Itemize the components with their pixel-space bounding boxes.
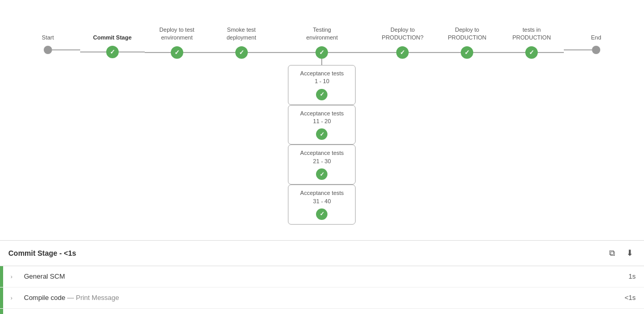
job-row: › Compile code — Print Message <1s: [0, 287, 644, 309]
download-button[interactable]: ⬇: [623, 247, 636, 259]
line-left-deploy-test: [145, 52, 171, 53]
job-name: Unit testing — Print Message: [20, 311, 616, 314]
stage-connector-smoke-test: ✓: [209, 46, 274, 59]
pipeline-section: Start Commit Stage ✓ Deploy to testenvir…: [0, 0, 644, 230]
circle-tests-prod[interactable]: ✓: [525, 46, 538, 59]
circle-deploy-prod-q[interactable]: ✓: [396, 46, 409, 59]
commit-stage-title: Commit Stage - <1s: [8, 249, 76, 257]
sub-stage-box-3[interactable]: Acceptance tests31 - 40 ✓: [288, 185, 356, 225]
circle-deploy-prod[interactable]: ✓: [461, 46, 473, 59]
sub-stage-box-0[interactable]: Acceptance tests1 - 10 ✓: [288, 65, 356, 105]
pipeline-track: Start Commit Stage ✓ Deploy to testenvir…: [16, 10, 628, 225]
line-left-testing-env: [274, 52, 316, 53]
job-row: › Unit testing — Print Message <1s: [0, 309, 644, 314]
line-right-commit: [119, 51, 145, 53]
job-duration: <1s: [616, 311, 644, 314]
sub-stage-label-3: Acceptance tests31 - 40: [297, 189, 347, 205]
stage-connector-testing-env: ✓: [274, 46, 371, 59]
job-expand-button[interactable]: ›: [3, 295, 20, 301]
job-expand-button[interactable]: ›: [3, 273, 20, 280]
jobs-list: › General SCM 1s › Compile code — Print …: [0, 266, 644, 314]
sub-stage-label-0: Acceptance tests1 - 10: [297, 70, 347, 86]
stage-connector-tests-prod: ✓: [499, 46, 564, 59]
external-link-button[interactable]: ⧉: [605, 247, 618, 259]
circle-deploy-test[interactable]: ✓: [171, 46, 183, 59]
sub-circle-1: ✓: [316, 128, 327, 140]
stage-node-deploy-prod-q: Deploy toPRODUCTION? ✓: [370, 26, 435, 59]
job-row: › General SCM 1s: [0, 266, 644, 287]
stage-node-commit: Commit Stage ✓: [80, 26, 145, 58]
stage-node-deploy-prod: Deploy toPRODUCTION ✓: [435, 26, 499, 59]
circle-testing-env[interactable]: ✓: [315, 46, 328, 59]
panel-header: Commit Stage - <1s ⧉ ⬇: [0, 241, 644, 266]
stage-connector-end: [564, 46, 628, 54]
stage-node-deploy-test: Deploy to testenvironment ✓: [145, 26, 209, 59]
stage-node-tests-prod: tests inPRODUCTION ✓: [499, 26, 564, 59]
stage-label-smoke-test: Smoke testdeployment: [226, 26, 256, 42]
panel-icons: ⧉ ⬇: [605, 247, 636, 259]
stage-node-testing-env: Testingenvironment ✓ Acceptance tests1 -…: [274, 26, 371, 225]
line-left-deploy-prod: [435, 52, 461, 53]
line-right-deploy-test: [183, 52, 209, 53]
line-right-testing-env: [328, 52, 370, 53]
circle-commit[interactable]: ✓: [106, 46, 119, 58]
circle-end: [592, 46, 600, 54]
sub-stage-label-2: Acceptance tests21 - 30: [297, 149, 347, 165]
stage-connector-deploy-prod: ✓: [435, 46, 499, 59]
line-right-start: [52, 49, 80, 50]
job-name: Compile code — Print Message: [20, 290, 616, 306]
line-left-smoke-test: [209, 52, 235, 53]
stage-connector-deploy-prod-q: ✓: [370, 46, 435, 59]
stage-node-end: End: [564, 26, 628, 54]
stage-connector-deploy-test: ✓: [145, 46, 209, 59]
sub-circle-2: ✓: [316, 168, 327, 180]
stage-label-deploy-prod-q: Deploy toPRODUCTION?: [382, 26, 423, 42]
stage-label-deploy-prod: Deploy toPRODUCTION: [448, 26, 486, 42]
stage-connector-commit: ✓: [80, 46, 145, 58]
stage-connector-start: [16, 46, 80, 54]
stage-label-commit: Commit Stage: [93, 26, 132, 42]
job-duration: 1s: [620, 268, 644, 284]
sub-circle-3: ✓: [316, 208, 327, 220]
circle-smoke-test[interactable]: ✓: [235, 46, 248, 59]
stage-node-start: Start: [16, 26, 80, 54]
sub-stage-label-1: Acceptance tests11 - 20: [297, 110, 347, 126]
stage-label-testing-env: Testingenvironment: [306, 26, 338, 42]
line-right-deploy-prod: [473, 52, 499, 53]
line-right-smoke-test: [248, 52, 274, 53]
sub-stage-box-2[interactable]: Acceptance tests21 - 30 ✓: [288, 145, 356, 185]
sub-circle-0: ✓: [316, 89, 327, 100]
job-extra: — Print Message: [67, 294, 119, 302]
bottom-panel: Commit Stage - <1s ⧉ ⬇ › General SCM 1s …: [0, 240, 644, 314]
job-duration: <1s: [616, 290, 644, 306]
stage-label-end: End: [591, 26, 601, 42]
stage-label-start: Start: [42, 26, 54, 42]
sub-stage-box-1[interactable]: Acceptance tests11 - 20 ✓: [288, 105, 356, 145]
line-left-commit: [80, 51, 106, 53]
stage-node-smoke-test: Smoke testdeployment ✓: [209, 26, 274, 59]
line-left-end: [564, 49, 592, 50]
circle-start[interactable]: [44, 46, 52, 54]
job-name: General SCM: [20, 268, 620, 284]
line-right-deploy-prod-q: [409, 52, 435, 53]
sub-stages-testing-env: Acceptance tests1 - 10 ✓ Acceptance test…: [288, 59, 356, 225]
job-status-bar: [0, 309, 3, 314]
line-left-tests-prod: [499, 52, 525, 53]
stage-label-tests-prod: tests inPRODUCTION: [512, 26, 551, 42]
line-left-deploy-prod-q: [370, 52, 396, 53]
line-right-tests-prod: [538, 52, 564, 53]
stage-label-deploy-test: Deploy to testenvironment: [159, 26, 194, 42]
